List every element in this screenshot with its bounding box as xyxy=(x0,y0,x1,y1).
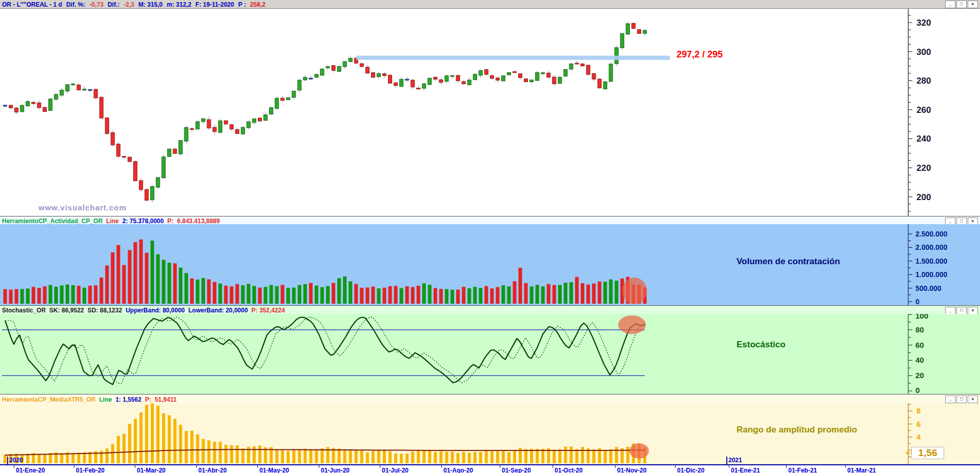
recent-stochastic-highlight xyxy=(618,316,646,334)
text-segment: HerramientoCP_Actividad_CP_OR xyxy=(2,218,103,225)
text-segment: Stochastic_OR xyxy=(2,307,46,314)
text-segment: 1: 1,5562 xyxy=(115,396,141,403)
month-label: 01-May-20 xyxy=(259,467,289,473)
month-label: 01-Ene-21 xyxy=(731,467,760,473)
month-label: 01-Dic-20 xyxy=(677,467,704,473)
atr-tick-label: 4 xyxy=(916,432,921,441)
month-tick xyxy=(729,465,729,468)
text-segment: 6.843.413,8889 xyxy=(177,218,219,225)
month-label: 01-Ene-20 xyxy=(16,467,45,473)
stochastic-tick-label: 60 xyxy=(915,341,924,349)
atr-window-controls: _ □ × xyxy=(945,396,978,403)
stochastic-indicator-values: Stochastic_ORSK: 86,9522SD: 88,1232Upper… xyxy=(2,305,289,314)
stochastic-tick-label: 20 xyxy=(915,371,924,380)
year-label-2020: 2020 xyxy=(9,457,23,464)
atr-current-value-marker: 1,56 xyxy=(911,447,944,459)
price-axis: 200220240260280300320 xyxy=(908,9,931,216)
atr-value-arrow-icon xyxy=(906,451,911,455)
month-label: 01-Feb-20 xyxy=(76,467,105,473)
volume-indicator-header[interactable]: HerramientoCP_Actividad_CP_ORLine2: 75.3… xyxy=(0,216,980,224)
close-icon[interactable]: × xyxy=(968,307,978,314)
month-tick xyxy=(845,465,846,468)
text-segment: -2,3 xyxy=(124,1,134,8)
text-segment: P: xyxy=(167,218,173,225)
resistance-band[interactable] xyxy=(356,56,670,60)
close-icon[interactable]: × xyxy=(968,396,978,403)
text-segment: 51,9411 xyxy=(155,396,177,403)
month-tick xyxy=(14,465,14,468)
recent-atr-highlight xyxy=(629,443,649,459)
candlestick-chart[interactable]: 200220240260280300320 xyxy=(0,9,980,216)
atr-tick-label: 6 xyxy=(916,420,921,428)
month-tick xyxy=(380,465,380,468)
maximize-icon[interactable]: □ xyxy=(956,1,967,8)
text-segment: -0,73 xyxy=(90,1,104,8)
visualchart-watermark: www.visualchart.com xyxy=(38,203,127,212)
year-label-2021: 2021 xyxy=(728,457,742,464)
maximize-icon[interactable]: □ xyxy=(956,307,967,314)
text-segment: M: 315,0 xyxy=(138,1,162,8)
stochastic-chart[interactable]: 020406080100 xyxy=(0,314,980,394)
minimize-icon[interactable]: _ xyxy=(945,396,955,403)
month-tick xyxy=(615,465,616,468)
month-label: 01-Ago-20 xyxy=(443,467,473,473)
volume-axis: 0500.0001.000.0001.500.0002.000.0002.500… xyxy=(908,224,947,305)
text-segment: 258,2 xyxy=(250,1,266,8)
text-segment: SK: 86,9522 xyxy=(49,307,84,314)
stochastic-indicator-header[interactable]: Stochastic_ORSK: 86,9522SD: 88,1232Upper… xyxy=(0,305,980,314)
month-label: 01-Feb-21 xyxy=(788,467,817,473)
candlestick-chart-panel[interactable]: 200220240260280300320 xyxy=(0,9,980,216)
candlestick-series[interactable] xyxy=(4,23,647,200)
volume-bars[interactable] xyxy=(4,240,647,304)
atr-tick-label: 8 xyxy=(916,406,921,415)
stochastic-sk-line[interactable] xyxy=(5,317,645,384)
stochastic-panel-label: Estocástico xyxy=(737,340,785,350)
volume-panel-label: Volumen de contratación xyxy=(737,257,840,267)
month-tick xyxy=(135,465,135,468)
month-label: 01-Jun-20 xyxy=(321,467,350,473)
text-segment: F: 19-11-2020 xyxy=(195,1,234,8)
price-tick-label: 220 xyxy=(916,163,931,173)
month-label: 01-Sep-20 xyxy=(502,467,531,473)
text-segment: UpperBand: 80,0000 xyxy=(126,307,185,314)
price-tick-label: 300 xyxy=(916,47,931,57)
month-tick xyxy=(675,465,676,468)
atr-indicator-header[interactable]: HerramientaCP_MediaATR5_ORLine1: 1,5562P… xyxy=(0,394,980,403)
stochastic-axis: 020406080100 xyxy=(908,314,928,394)
month-tick xyxy=(786,465,787,468)
stochastic-tick-label: 80 xyxy=(915,325,924,334)
atr-bars[interactable] xyxy=(4,403,646,463)
close-icon[interactable]: × xyxy=(968,1,978,8)
text-segment: Line xyxy=(99,396,112,403)
text-segment: Dif.: xyxy=(108,1,119,8)
text-segment: P: xyxy=(145,396,151,403)
chart-title-bar[interactable]: OR - L''''OREAL - 1 dDif. %:-0,73Dif.:-2… xyxy=(0,0,980,9)
month-tick xyxy=(553,465,553,468)
month-tick xyxy=(196,465,197,468)
month-tick xyxy=(319,465,319,468)
maximize-icon[interactable]: □ xyxy=(956,396,967,403)
volume-tick-label: 500.000 xyxy=(915,284,942,292)
recent-activity-highlight xyxy=(622,278,647,304)
atr-panel-label: Rango de amplitud promedio xyxy=(737,425,857,435)
resistance-price-annotation: 297,2 / 295 xyxy=(677,49,723,60)
month-label: 01-Mar-21 xyxy=(847,467,876,473)
text-segment: HerramientaCP_MediaATR5_OR xyxy=(2,396,96,403)
month-label: 01-Abr-20 xyxy=(198,467,227,473)
text-segment: 2: 75.378,0000 xyxy=(122,218,164,225)
time-axis[interactable]: 01-Ene-2001-Feb-2001-Mar-2001-Abr-2001-M… xyxy=(0,464,980,473)
month-label: 01-Mar-20 xyxy=(137,467,166,473)
minimize-icon[interactable]: _ xyxy=(945,307,955,314)
month-tick xyxy=(74,465,74,468)
minimize-icon[interactable]: _ xyxy=(945,1,955,8)
volume-tick-label: 2.000.000 xyxy=(915,243,947,251)
stochastic-tick-label: 0 xyxy=(915,386,920,394)
visual-chart-window: OR - L''''OREAL - 1 dDif. %:-0,73Dif.:-2… xyxy=(0,0,980,473)
volume-tick-label: 2.500.000 xyxy=(915,230,947,238)
stochastic-chart-panel[interactable]: 020406080100 xyxy=(0,314,980,394)
text-segment: OR - L''''OREAL - 1 d xyxy=(2,1,62,8)
stochastic-tick-label: 40 xyxy=(915,356,924,364)
month-label: 01-Jul-20 xyxy=(382,467,409,473)
stochastic-tick-label: 100 xyxy=(915,314,928,320)
text-segment: SD: 88,1232 xyxy=(88,307,122,314)
